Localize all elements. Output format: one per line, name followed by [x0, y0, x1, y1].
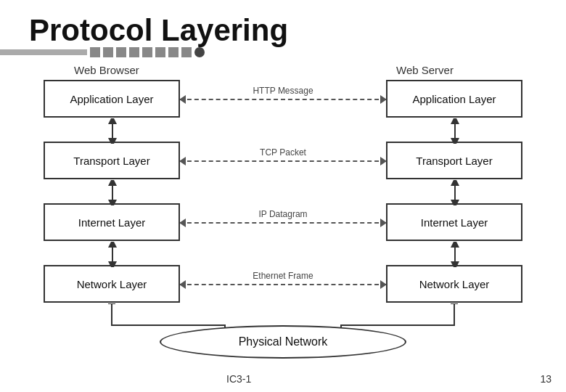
http-label: HTTP Message — [253, 86, 313, 96]
arrow-app-trans-left — [107, 118, 118, 144]
http-arrow-right — [380, 95, 387, 104]
app-layer-right-box: Application Layer — [386, 80, 522, 118]
web-server-label: Web Server — [396, 64, 454, 76]
physical-network-label: Physical Network — [239, 335, 328, 348]
eth-dashed-line: Ethernet Frame — [180, 284, 386, 285]
ip-arrow-right — [380, 219, 387, 227]
footer-page-number: 13 — [540, 373, 551, 385]
header-decoration — [0, 49, 566, 55]
tcp-label: TCP Packet — [260, 147, 306, 158]
transport-layer-left-box: Transport Layer — [44, 142, 180, 179]
internet-layer-right-box: Internet Layer — [386, 203, 522, 241]
ip-label: IP Datagram — [258, 209, 307, 219]
network-layer-right-box: Network Layer — [386, 265, 522, 303]
transport-layer-right-box: Transport Layer — [386, 142, 522, 179]
network-layer-left-box: Network Layer — [44, 265, 180, 303]
eth-arrow-left — [179, 280, 186, 289]
tcp-arrow-right — [380, 157, 387, 166]
physical-network-ellipse: Physical Network — [160, 325, 406, 359]
http-arrow-left — [179, 95, 186, 104]
ip-dashed-line: IP Datagram — [180, 222, 386, 224]
arrow-trans-inet-right — [450, 180, 460, 205]
tcp-arrow-left — [179, 157, 186, 166]
arrow-app-trans-right — [450, 118, 460, 144]
ip-arrow-left — [179, 219, 186, 227]
eth-arrow-right — [380, 280, 387, 289]
internet-layer-left-box: Internet Layer — [44, 203, 180, 241]
page-title: Protocol Layering — [29, 13, 288, 48]
tcp-dashed-line: TCP Packet — [180, 160, 386, 162]
arrow-inet-net-right — [450, 242, 460, 267]
arrow-trans-inet-left — [107, 180, 118, 205]
arrow-inet-net-left — [107, 242, 118, 267]
app-layer-left-box: Application Layer — [44, 80, 180, 118]
http-dashed-line: HTTP Message — [180, 99, 386, 100]
web-browser-label: Web Browser — [74, 64, 139, 76]
footer-slide-id: IC3-1 — [226, 373, 251, 385]
eth-label: Ethernet Frame — [253, 271, 313, 281]
